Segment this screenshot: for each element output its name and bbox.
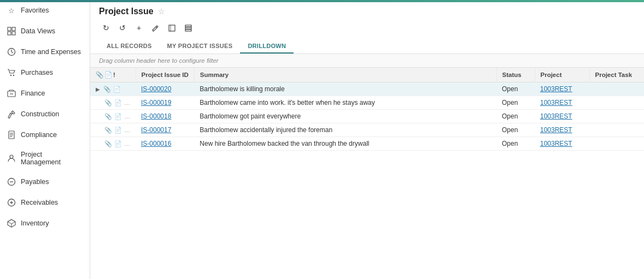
row-project-task xyxy=(589,123,644,137)
svg-rect-3 xyxy=(12,32,15,35)
file-icon: 📄 xyxy=(114,113,122,120)
table-row[interactable]: 📎 📄 … IS-000018Bartholomew got paint eve… xyxy=(90,110,644,123)
sidebar-item-compliance[interactable]: Compliance xyxy=(0,124,90,145)
svg-rect-28 xyxy=(185,29,191,31)
attachment-icon: 📎 xyxy=(104,113,112,120)
table-container: 📎 📄 ! Project Issue ID Summary Status Pr… xyxy=(90,68,644,279)
svg-point-8 xyxy=(13,75,14,76)
svg-rect-1 xyxy=(12,27,15,31)
attachment-icon: 📎 xyxy=(104,140,112,147)
th-icons: 📎 📄 ! xyxy=(90,68,136,82)
row-icons-cell: 📎 📄 … xyxy=(90,110,136,123)
sidebar-item-data-views[interactable]: Data Views xyxy=(0,21,90,41)
tab-drilldown[interactable]: DRILLDOWN xyxy=(240,39,294,54)
table-row[interactable]: 📎 📄 … IS-000016New hire Bartholomew back… xyxy=(90,137,644,151)
construction-icon xyxy=(7,109,16,119)
attachment-icon: 📎 xyxy=(103,86,111,93)
svg-line-6 xyxy=(11,52,13,53)
th-project[interactable]: Project xyxy=(535,68,589,82)
sidebar-item-inventory[interactable]: Inventory xyxy=(0,213,90,234)
sidebar-item-label: Construction xyxy=(21,110,59,118)
star-icon: ☆ xyxy=(7,5,16,15)
th-status[interactable]: Status xyxy=(496,68,535,82)
expand-arrow-icon[interactable]: ▶ xyxy=(96,86,100,92)
person-icon xyxy=(7,153,16,163)
th-project-task[interactable]: Project Task xyxy=(589,68,644,82)
sidebar-item-purchases[interactable]: Purchases xyxy=(0,62,90,83)
row-icons-cell: ▶ 📎 📄 xyxy=(90,82,136,96)
favorite-star-icon[interactable]: ☆ xyxy=(158,7,165,16)
dots-icon: … xyxy=(124,127,130,133)
main-header: Project Issue ☆ ↻ ↺ + ALL RECORDS MY PRO… xyxy=(90,0,644,54)
sidebar-item-label: Data Views xyxy=(21,27,55,35)
row-project-task xyxy=(589,96,644,110)
sidebar-item-favorites[interactable]: ☆ Favorites xyxy=(0,0,90,21)
row-project-task xyxy=(589,82,644,96)
row-summary: Bartholomew is killing morale xyxy=(194,82,496,96)
file-icon: 📄 xyxy=(114,140,122,147)
tab-my-issues[interactable]: MY PROJECT ISSUES xyxy=(160,39,241,54)
dots-icon: … xyxy=(124,140,130,147)
cart-icon xyxy=(7,68,16,78)
refresh-button[interactable]: ↻ xyxy=(99,21,113,35)
svg-point-7 xyxy=(10,75,11,76)
undo-button[interactable]: ↺ xyxy=(115,21,130,35)
sidebar-item-label: Project Management xyxy=(21,151,83,166)
sidebar-item-construction[interactable]: Construction xyxy=(0,104,90,124)
sidebar-item-receivables[interactable]: Receivables xyxy=(0,192,90,213)
row-project[interactable]: 1003REST xyxy=(535,110,589,123)
sidebar-item-time-expenses[interactable]: Time and Expenses xyxy=(0,41,90,62)
table-row[interactable]: ▶ 📎 📄 IS-000020Bartholomew is killing mo… xyxy=(90,82,644,96)
th-project-issue-id[interactable]: Project Issue ID xyxy=(136,68,194,82)
table-view-button[interactable] xyxy=(181,21,195,35)
fit-button[interactable] xyxy=(165,21,179,35)
table-row[interactable]: 📎 📄 … IS-000017Bartholomew accidentally … xyxy=(90,123,644,137)
sidebar-item-label: Purchases xyxy=(21,69,53,76)
row-status: Open xyxy=(496,96,535,110)
filter-hint-bar: Drag column header here to configure fil… xyxy=(90,54,644,68)
row-issue-id[interactable]: IS-000016 xyxy=(136,137,194,151)
file-icon: 📄 xyxy=(114,99,122,106)
sidebar-item-label: Time and Expenses xyxy=(21,48,81,56)
add-button[interactable]: + xyxy=(132,21,146,35)
row-project[interactable]: 1003REST xyxy=(535,96,589,110)
sidebar-item-label: Favorites xyxy=(21,7,49,14)
row-project[interactable]: 1003REST xyxy=(535,82,589,96)
table-row[interactable]: 📎 📄 … IS-000019Bartholomew came into wor… xyxy=(90,96,644,110)
row-issue-id[interactable]: IS-000020 xyxy=(136,82,194,96)
file-icon: 📄 xyxy=(114,127,122,134)
row-project[interactable]: 1003REST xyxy=(535,123,589,137)
row-summary: Bartholomew accidentally injured the for… xyxy=(194,123,496,137)
row-issue-id[interactable]: IS-000019 xyxy=(136,96,194,110)
sidebar-item-label: Compliance xyxy=(21,131,57,139)
row-icons-cell: 📎 📄 … xyxy=(90,96,136,110)
tab-all-records[interactable]: ALL RECORDS xyxy=(99,39,160,54)
svg-rect-0 xyxy=(8,27,11,31)
row-issue-id[interactable]: IS-000018 xyxy=(136,110,194,123)
dots-icon: … xyxy=(124,99,130,106)
plus-circle-icon xyxy=(7,198,16,207)
svg-rect-24 xyxy=(169,25,175,31)
inventory-icon xyxy=(7,218,16,228)
top-accent-bar xyxy=(0,0,644,2)
th-summary[interactable]: Summary xyxy=(194,68,496,82)
svg-rect-2 xyxy=(8,32,11,35)
sidebar-item-payables[interactable]: Payables xyxy=(0,171,90,192)
page-title: Project Issue xyxy=(99,7,154,16)
filter-hint-text: Drag column header here to configure fil… xyxy=(99,57,219,64)
clock-icon xyxy=(7,47,16,57)
row-project[interactable]: 1003REST xyxy=(535,137,589,151)
sidebar-item-finance[interactable]: Finance xyxy=(0,83,90,104)
row-status: Open xyxy=(496,82,535,96)
sidebar-item-label: Receivables xyxy=(21,199,58,206)
sidebar-item-project-management[interactable]: Project Management xyxy=(0,145,90,171)
th-file-icon: 📄 xyxy=(104,71,112,79)
row-status: Open xyxy=(496,137,535,151)
compliance-icon xyxy=(7,130,16,140)
svg-rect-26 xyxy=(185,25,191,27)
table-body: ▶ 📎 📄 IS-000020Bartholomew is killing mo… xyxy=(90,82,644,151)
edit-button[interactable] xyxy=(148,21,162,35)
svg-line-22 xyxy=(156,27,157,28)
row-icons-cell: 📎 📄 … xyxy=(90,123,136,137)
row-issue-id[interactable]: IS-000017 xyxy=(136,123,194,137)
